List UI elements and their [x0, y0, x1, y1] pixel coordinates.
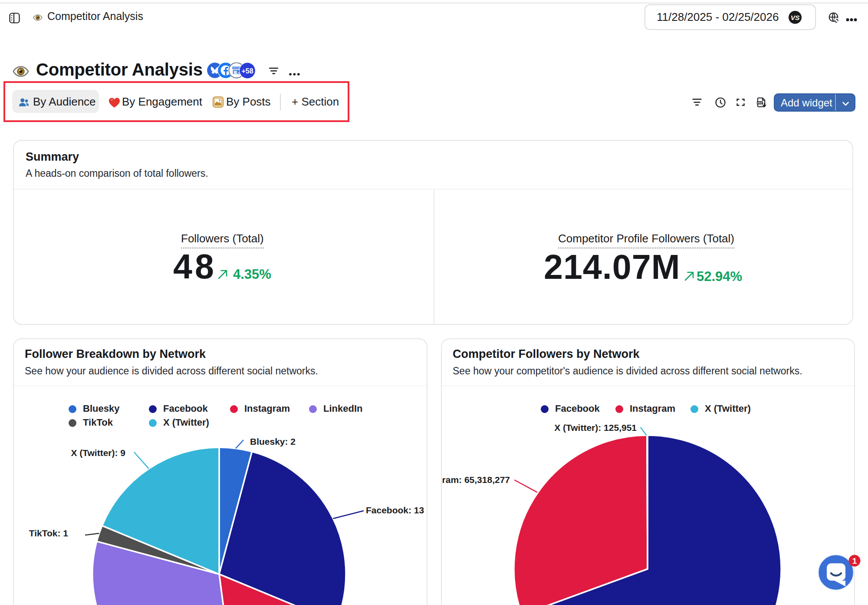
- svg-text:PDF: PDF: [757, 102, 763, 104]
- svg-text:+58: +58: [241, 67, 253, 75]
- svg-text:VS: VS: [791, 14, 800, 21]
- svg-text:1: 1: [852, 556, 857, 565]
